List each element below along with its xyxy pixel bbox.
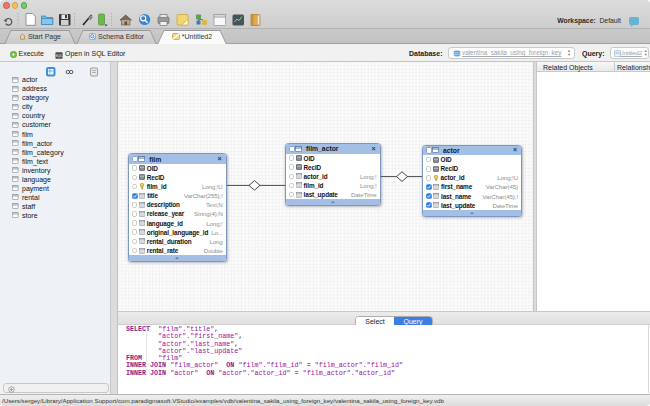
svg-text:SQL: SQL (55, 54, 62, 58)
